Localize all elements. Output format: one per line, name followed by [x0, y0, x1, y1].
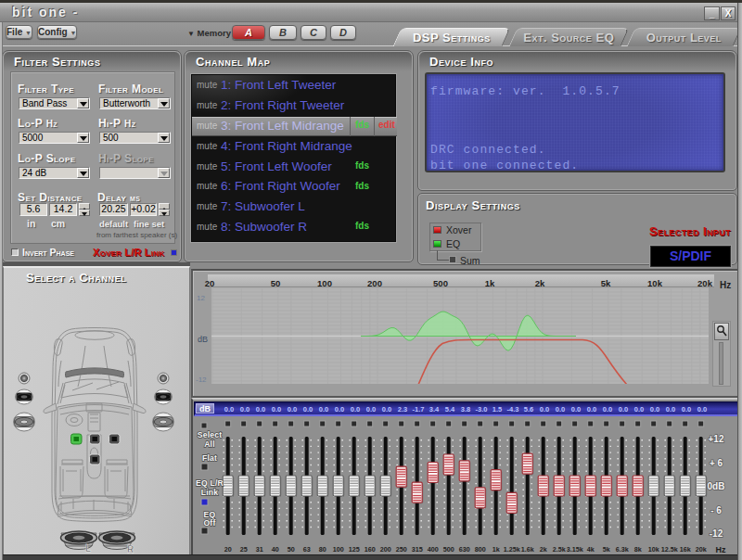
- svg-text:50: 50: [288, 545, 295, 554]
- svg-text:20: 20: [224, 545, 232, 554]
- svg-text:20k: 20k: [696, 545, 707, 554]
- svg-text:Off: Off: [203, 518, 215, 528]
- svg-text:12.5k: 12.5k: [661, 545, 678, 554]
- svg-text:Select: Select: [198, 430, 223, 439]
- svg-text:100: 100: [333, 545, 344, 554]
- svg-text:25: 25: [240, 545, 248, 554]
- svg-text:L: L: [85, 543, 91, 554]
- svg-text:160: 160: [365, 545, 376, 554]
- svg-text:Flat: Flat: [202, 453, 217, 463]
- svg-text:+12: +12: [709, 434, 724, 444]
- svg-text:-12: -12: [710, 528, 723, 539]
- svg-text:500: 500: [443, 545, 454, 554]
- svg-text:1.6k: 1.6k: [521, 545, 534, 554]
- svg-text:1k: 1k: [493, 545, 500, 554]
- svg-text:4k: 4k: [587, 545, 595, 554]
- svg-text:6.3k: 6.3k: [616, 545, 629, 554]
- svg-text:R: R: [127, 544, 134, 554]
- svg-text:EQ L/R: EQ L/R: [196, 478, 224, 488]
- svg-text:40: 40: [272, 545, 279, 554]
- svg-text:315: 315: [412, 545, 423, 554]
- svg-text:Hz: Hz: [716, 545, 726, 554]
- svg-text:0dB: 0dB: [708, 481, 725, 491]
- svg-text:200: 200: [380, 545, 391, 554]
- svg-text:10k: 10k: [648, 545, 659, 554]
- svg-text:2.5k: 2.5k: [553, 545, 566, 554]
- svg-text:All: All: [204, 439, 215, 449]
- svg-text:+ 6: + 6: [710, 458, 723, 468]
- svg-text:Link: Link: [201, 488, 218, 497]
- svg-text:800: 800: [475, 545, 486, 554]
- svg-text:2k: 2k: [540, 545, 547, 554]
- svg-text:8k: 8k: [634, 545, 642, 554]
- svg-text:16k: 16k: [680, 545, 691, 554]
- svg-text:- 6: - 6: [710, 505, 722, 515]
- svg-text:5k: 5k: [603, 545, 610, 554]
- svg-text:125: 125: [349, 545, 360, 554]
- svg-text:31: 31: [256, 545, 263, 554]
- svg-text:630: 630: [459, 545, 470, 554]
- svg-text:1.25k: 1.25k: [504, 545, 520, 554]
- svg-text:250: 250: [396, 545, 407, 554]
- svg-text:80: 80: [319, 545, 326, 554]
- svg-text:3.15k: 3.15k: [567, 545, 583, 554]
- svg-text:400: 400: [428, 545, 439, 554]
- svg-text:63: 63: [303, 545, 311, 554]
